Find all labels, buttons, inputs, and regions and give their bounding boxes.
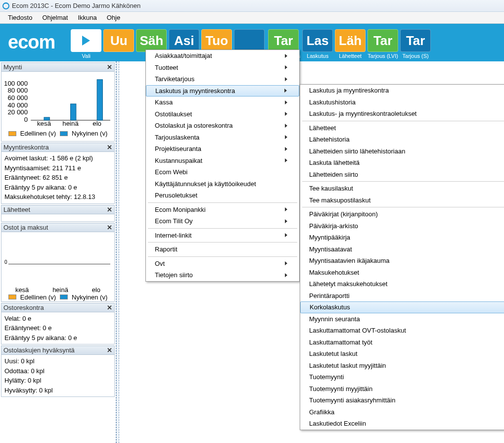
menu-item[interactable]: Ecom Tilit Oy [146,215,299,227]
chevron-right-icon [285,65,287,69]
menu-item[interactable]: Tuotteet [146,62,299,74]
menu-item[interactable]: Laskutus ja myyntireskontra [146,85,299,97]
app-icon [2,2,10,10]
menu-item[interactable]: Laskutiedot Exceliin [300,418,504,430]
toolbar-button-label: Vali [82,53,91,59]
menu-item[interactable]: Lähetteiden siirto [300,169,504,181]
info-line: Erääntyneet: 62 851 e [4,173,111,183]
menu-item[interactable]: Laskutetut laskut [300,348,504,360]
info-line: Erääntyy 5 pv aikana: 0 e [4,183,111,193]
menu-item[interactable]: Tee kausilaskut [300,183,504,195]
menu-item[interactable]: Tuotemyynti [300,371,504,383]
menu-item[interactable]: Kassa [146,97,299,108]
svg-text:40 000: 40 000 [7,101,28,109]
svg-text:80 000: 80 000 [7,87,28,94]
menu-item[interactable]: Lähetteet [300,122,504,134]
menu-tiedosto[interactable]: Tiedosto [3,12,37,23]
menu-item[interactable]: Laskuta lähetteitä [300,157,504,169]
close-icon[interactable]: ✕ [107,346,112,354]
menu-separator [148,242,297,243]
menu-item[interactable]: Laskuttamattomat OVT-ostolaskut [300,325,504,337]
svg-text:elo: elo [92,120,101,127]
toolbar-button[interactable]: TarTarjous (S) [400,29,431,59]
menu-item[interactable]: Päiväkirjat (kirjanpitoon) [300,208,504,220]
menu-item-label: Lähetteiden siirto lähetehistoriaan [309,148,405,155]
menu-ohje[interactable]: Ohje [102,12,125,23]
menu-item[interactable]: Ecom Monipankki [146,204,299,216]
menu-item[interactable]: Myyntipääkirja [300,232,504,244]
menu-item[interactable]: Laskutus ja myyntireskontra [300,85,504,97]
menu-item[interactable]: Kustannuspaikat [146,155,299,167]
info-line: Myyntisaamiset: 211 711 e [4,163,111,173]
close-icon[interactable]: ✕ [107,304,112,311]
menu-item[interactable]: Ostotilaukset [146,108,299,120]
menu-item[interactable]: Tuotemyynti myyjittäin [300,383,504,395]
menu-item[interactable]: Myyntisaatavien ikäjakauma [300,255,504,267]
menu-item[interactable]: Laskutetut laskut myyjittäin [300,360,504,372]
toolbar-button[interactable]: LasLaskutus [302,29,333,59]
menu-ikkuna[interactable]: Ikkuna [73,12,101,23]
menu-item[interactable]: Lähetehistoria [300,134,504,146]
menu-item[interactable]: Projektiseuranta [146,143,299,155]
menu-item[interactable]: Lähetteiden siirto lähetehistoriaan [300,146,504,157]
chevron-right-icon [285,54,287,58]
menu-item-label: Myyntisaatavien ikäjakauma [309,257,390,264]
menu-item[interactable]: Maksukehotukset [300,267,504,279]
menu-item[interactable]: Myyntisaatavat [300,244,504,255]
info-line: Maksukehotukset tehty: 12.8.13 [4,192,111,202]
menu-item[interactable]: Korkolaskutus [300,301,504,313]
menu-item[interactable]: Tarviketarjous [146,73,299,85]
menu-item[interactable]: Lähetetyt maksukehotukset [300,278,504,290]
menu-item[interactable]: Asiakkaat/toimittajat [146,50,299,62]
close-icon[interactable]: ✕ [107,224,112,231]
menu-ohjelmat[interactable]: Ohjelmat [37,12,73,23]
menu-item-label: Ostotilaukset [155,110,192,118]
menu-item-label: Myynnin seuranta [309,315,360,323]
menu-item[interactable]: Perusoletukset [146,190,299,201]
menu-item[interactable]: Laskutushistoria [300,97,504,108]
menu-item-label: Kassa [155,98,173,106]
menu-item[interactable]: Ovt [146,258,299,270]
widget-title: Myyntireskontra [3,144,49,151]
menu-item-label: Ovt [155,260,165,267]
menu-item[interactable]: Grafiikka [300,406,504,418]
menu-item[interactable]: Päiväkirja-arkisto [300,220,504,232]
menu-item[interactable]: Internet-linkit [146,230,299,242]
toolbar-button[interactable]: Uu [103,29,134,59]
close-icon[interactable]: ✕ [107,206,112,213]
menu-item-label: Lähetehistoria [309,136,350,143]
close-icon[interactable]: ✕ [107,63,112,71]
menu-item-label: Laskutetut laskut [309,350,358,357]
menu-item-label: Ostolaskut ja ostoreskontra [155,122,233,129]
menu-item[interactable]: Käyttäjätunnukset ja käyttöoikeudet [146,178,299,190]
menu-item[interactable]: Perintäraportti [300,290,504,302]
svg-text:heinä: heinä [62,120,79,127]
menu-item-label: Laskutus ja myyntireskontra [155,87,235,95]
menu-item[interactable]: Tietojen siirto [146,269,299,281]
menu-item[interactable]: Tee maksupostilaskut [300,195,504,206]
menu-item-label: Asiakkaat/toimittajat [155,52,212,59]
menu-separator [302,181,504,182]
menu-separator [302,121,504,121]
chevron-right-icon [285,112,287,116]
menu-item-label: Ecom Webi [155,168,187,176]
toolbar-button[interactable]: LähLähetteet [335,29,366,59]
widget-myynti: Myynti ✕ 020 00040 00060 00080 000100 00… [1,62,115,142]
menu-item-label: Lähetetyt maksukehotukset [309,280,387,288]
widget-hyvaksynta: Ostolaskujen hyväksyntä ✕ Uusi: 0 kplOdo… [1,345,115,397]
menu-item[interactable]: Myynnin seuranta [300,313,504,325]
close-icon[interactable]: ✕ [107,144,112,151]
menu-item[interactable]: Tuotemyynti asiakasryhmittäin [300,394,504,406]
menu-item-label: Korkolaskutus [310,303,350,311]
menu-item[interactable]: Ostolaskut ja ostoreskontra [146,120,299,132]
widget-title: Myynti [3,63,22,71]
bar-chart: 020 00040 00060 00080 000100 000kesähein… [3,74,112,128]
menu-item[interactable]: Laskuttamattomat työt [300,337,504,348]
toolbar-button[interactable]: TarTarjous (LVI) [367,29,398,59]
resize-handle[interactable] [116,61,119,443]
menu-item[interactable]: Laskutus- ja myyntireskontraoletukset [300,108,504,120]
menu-item[interactable]: Raportit [146,244,299,255]
toolbar-button[interactable]: Vali [71,29,101,59]
menu-item[interactable]: Tarjouslaskenta [146,132,299,144]
menu-item[interactable]: Ecom Webi [146,166,299,178]
